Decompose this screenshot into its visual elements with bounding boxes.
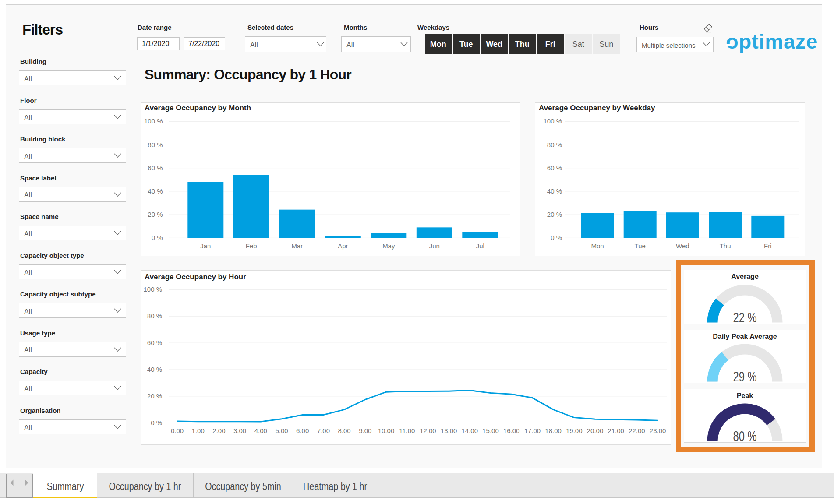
svg-text:20 %: 20 % — [147, 392, 162, 400]
svg-text:1:00: 1:00 — [192, 427, 205, 434]
svg-text:Average Occupancy by Hour: Average Occupancy by Hour — [145, 273, 246, 281]
svg-text:8:00: 8:00 — [338, 427, 350, 434]
svg-text:0 %: 0 % — [152, 234, 163, 241]
svg-text:Average: Average — [731, 273, 759, 280]
svg-text:17:00: 17:00 — [524, 427, 541, 434]
svg-text:Mar: Mar — [291, 242, 303, 250]
svg-text:Feb: Feb — [246, 242, 257, 250]
svg-text:0:00: 0:00 — [171, 427, 184, 434]
svg-text:21:00: 21:00 — [608, 427, 624, 434]
svg-text:4:00: 4:00 — [254, 427, 267, 434]
svg-text:Jan: Jan — [200, 242, 211, 250]
svg-text:40 %: 40 % — [148, 187, 163, 195]
svg-text:12:00: 12:00 — [420, 427, 436, 434]
svg-text:3:00: 3:00 — [233, 427, 246, 434]
svg-text:Average Occupancy by Month: Average Occupancy by Month — [145, 104, 251, 112]
svg-text:18:00: 18:00 — [545, 427, 562, 434]
svg-text:7:00: 7:00 — [317, 427, 330, 434]
svg-text:29 %: 29 % — [733, 369, 757, 384]
svg-text:16:00: 16:00 — [503, 427, 520, 434]
svg-text:5:00: 5:00 — [275, 427, 288, 434]
svg-text:40 %: 40 % — [547, 187, 562, 195]
svg-text:19:00: 19:00 — [566, 427, 583, 434]
svg-text:11:00: 11:00 — [399, 427, 415, 434]
svg-text:Mon: Mon — [591, 242, 604, 250]
svg-text:60 %: 60 % — [148, 164, 163, 172]
svg-text:Tue: Tue — [635, 242, 646, 250]
svg-text:0 %: 0 % — [551, 234, 562, 241]
svg-text:Fri: Fri — [764, 242, 772, 250]
svg-text:40 %: 40 % — [147, 366, 162, 373]
svg-text:6:00: 6:00 — [296, 427, 309, 434]
svg-text:Wed: Wed — [676, 242, 689, 250]
svg-text:May: May — [382, 242, 395, 250]
svg-text:Apr: Apr — [338, 242, 348, 250]
svg-text:2:00: 2:00 — [212, 427, 225, 434]
svg-text:100 %: 100 % — [144, 117, 163, 125]
svg-text:20 %: 20 % — [547, 211, 562, 218]
svg-text:10:00: 10:00 — [378, 427, 395, 434]
svg-text:80 %: 80 % — [147, 312, 162, 320]
svg-text:Daily Peak Average: Daily Peak Average — [713, 333, 777, 340]
svg-text:Jul: Jul — [476, 242, 484, 250]
svg-text:0 %: 0 % — [151, 419, 162, 426]
svg-text:Peak: Peak — [737, 392, 753, 399]
svg-text:60 %: 60 % — [547, 164, 562, 172]
svg-text:22:00: 22:00 — [629, 427, 645, 434]
svg-text:Thu: Thu — [720, 242, 731, 250]
svg-text:23:00: 23:00 — [650, 427, 666, 434]
svg-text:Jun: Jun — [429, 242, 440, 250]
svg-text:80 %: 80 % — [148, 141, 163, 148]
svg-text:13:00: 13:00 — [441, 427, 457, 434]
svg-text:15:00: 15:00 — [482, 427, 499, 434]
svg-text:14:00: 14:00 — [462, 427, 478, 434]
svg-text:80 %: 80 % — [547, 141, 562, 148]
svg-text:100 %: 100 % — [143, 285, 162, 293]
svg-text:22 %: 22 % — [733, 310, 757, 324]
svg-text:80 %: 80 % — [733, 428, 757, 443]
svg-text:Average Occupancy by Weekday: Average Occupancy by Weekday — [539, 104, 655, 112]
svg-text:9:00: 9:00 — [359, 427, 371, 434]
svg-text:20 %: 20 % — [148, 211, 163, 218]
svg-text:100 %: 100 % — [543, 117, 562, 125]
svg-text:20:00: 20:00 — [587, 427, 604, 434]
svg-text:60 %: 60 % — [147, 339, 162, 346]
